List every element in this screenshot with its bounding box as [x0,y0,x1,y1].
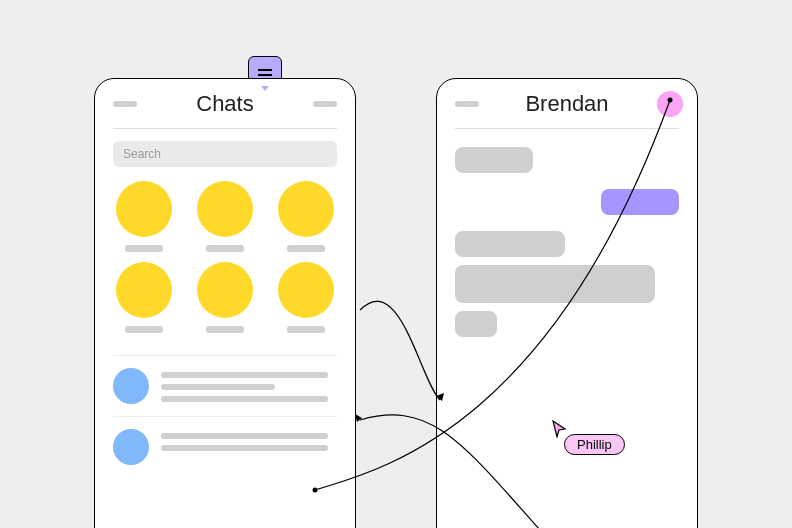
conversation-header: Brendan [455,79,679,129]
story-item[interactable] [274,262,337,333]
message-thread [455,147,679,337]
story-avatar [278,262,334,318]
message-bubble-incoming[interactable] [455,311,497,337]
story-avatar [116,181,172,237]
chat-preview [161,368,337,402]
chat-preview [161,429,337,451]
search-input[interactable]: Search [113,141,337,167]
chat-row[interactable] [113,416,337,477]
story-label [287,245,325,252]
collaborator-label: Phillip [564,434,625,455]
cursor-icon [552,420,568,438]
story-avatar [197,181,253,237]
story-label [287,326,325,333]
message-bubble-incoming[interactable] [455,147,533,173]
chat-avatar [113,429,149,465]
chat-row[interactable] [113,355,337,416]
message-bubble-incoming[interactable] [455,231,565,257]
message-bubble-incoming[interactable] [455,265,655,303]
story-item[interactable] [113,181,176,252]
conversation-screen: Brendan [436,78,698,528]
story-label [125,245,163,252]
menu-icon[interactable] [113,101,137,107]
chats-screen: Chats Search [94,78,356,528]
collaborator-cursor: Phillip [556,426,625,455]
story-item[interactable] [274,181,337,252]
stories-grid [113,181,337,333]
new-chat-icon[interactable] [313,101,337,107]
story-label [206,326,244,333]
chats-title: Chats [196,91,253,117]
story-avatar [197,262,253,318]
story-label [206,245,244,252]
story-item[interactable] [194,262,257,333]
chat-avatar [113,368,149,404]
story-avatar [116,262,172,318]
story-avatar [278,181,334,237]
presence-indicator [657,91,683,117]
chats-header: Chats [113,79,337,129]
back-icon[interactable] [455,101,479,107]
message-bubble-outgoing[interactable] [601,189,679,215]
story-item[interactable] [113,262,176,333]
conversation-title: Brendan [525,91,608,117]
search-placeholder: Search [123,147,161,161]
story-label [125,326,163,333]
chat-list [113,355,337,477]
story-item[interactable] [194,181,257,252]
